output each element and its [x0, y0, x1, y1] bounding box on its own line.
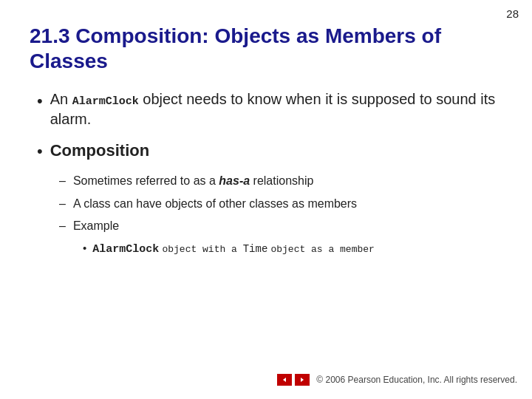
- dash-text-1: Sometimes referred to as a has-a relatio…: [73, 173, 314, 189]
- bullet-text-1: An AlarmClock object needs to know when …: [50, 89, 502, 129]
- nested-dot-1: •: [83, 240, 86, 256]
- footer: © 2006 Pearson Education, Inc. All right…: [277, 374, 517, 386]
- copyright-text: © 2006 Pearson Education, Inc. All right…: [316, 375, 517, 385]
- prev-button[interactable]: [277, 374, 292, 386]
- svg-marker-1: [301, 378, 304, 382]
- bullet-2: • Composition: [37, 140, 502, 163]
- slide-container: 28 21.3 Composition: Objects as Members …: [0, 0, 532, 399]
- bullet-text-2: Composition: [50, 140, 502, 162]
- dash-text-2: A class can have objects of other classe…: [73, 196, 357, 212]
- nested-text-1: AlarmClock object with a Time object as …: [92, 240, 375, 257]
- bullet-dot-2: •: [37, 140, 43, 163]
- dash-symbol-2: –: [59, 196, 66, 212]
- dash-symbol-3: –: [59, 218, 66, 234]
- dash-item-2: – A class can have objects of other clas…: [59, 196, 502, 212]
- svg-marker-0: [283, 378, 286, 382]
- alarmclock-code-1: AlarmClock: [72, 95, 139, 108]
- object-label-2: object as a member: [270, 244, 374, 255]
- slide-title: 21.3 Composition: Objects as Members of …: [30, 24, 502, 73]
- dash-item-3: – Example: [59, 218, 502, 234]
- object-label-1: object with a: [162, 244, 242, 255]
- dash-symbol-1: –: [59, 173, 66, 189]
- next-button[interactable]: [295, 374, 310, 386]
- dash-text-3: Example: [73, 218, 119, 234]
- sub-bullets: – Sometimes referred to as a has-a relat…: [59, 173, 502, 257]
- time-code: Time: [243, 243, 268, 255]
- bullet-1: • An AlarmClock object needs to know whe…: [37, 89, 502, 129]
- dash-item-1: – Sometimes referred to as a has-a relat…: [59, 173, 502, 189]
- bullet-dot-1: •: [37, 90, 43, 112]
- content-area: • An AlarmClock object needs to know whe…: [37, 89, 502, 257]
- alarmclock-code-2: AlarmClock: [92, 243, 159, 256]
- nav-buttons[interactable]: [277, 374, 310, 386]
- slide-number: 28: [506, 7, 519, 20]
- nested-bullet-1: • AlarmClock object with a Time object a…: [83, 240, 502, 257]
